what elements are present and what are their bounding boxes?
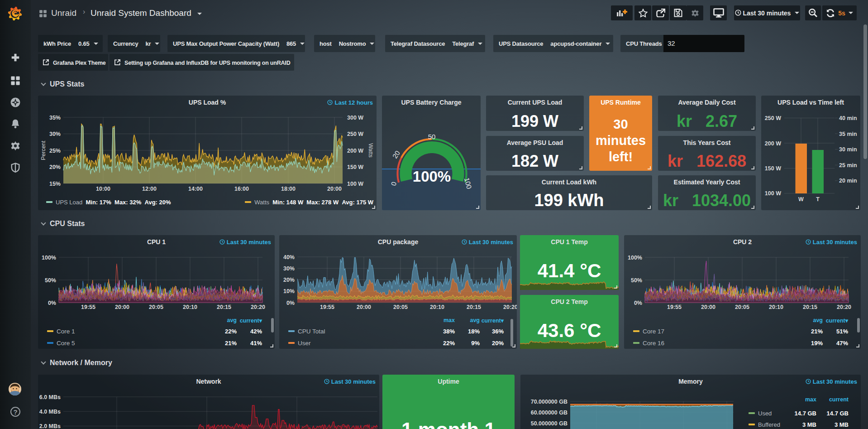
svg-text:W: W (798, 196, 804, 202)
svg-text:50%: 50% (631, 277, 642, 284)
svg-text:150 W: 150 W (765, 165, 781, 172)
svg-text:50.000000 GB: 50.000000 GB (531, 420, 568, 427)
svg-text:20:00: 20:00 (357, 304, 371, 310)
svg-text:60.000000 GB: 60.000000 GB (531, 410, 568, 416)
svg-text:2.0 MBs: 2.0 MBs (39, 423, 61, 429)
svg-text:30%: 30% (283, 265, 295, 272)
svg-text:100 W: 100 W (347, 181, 363, 187)
svg-text:18:00: 18:00 (281, 186, 296, 192)
svg-text:15%: 15% (49, 181, 61, 187)
svg-text:50%: 50% (45, 277, 56, 284)
svg-text:16:00: 16:00 (234, 186, 249, 192)
svg-text:19:55: 19:55 (81, 304, 95, 310)
svg-text:20:00: 20:00 (115, 304, 129, 310)
svg-text:20:05: 20:05 (149, 304, 163, 310)
svg-text:30%: 30% (49, 131, 61, 137)
svg-text:12:00: 12:00 (142, 186, 157, 192)
svg-text:Watts: Watts (367, 143, 374, 157)
svg-text:250 W: 250 W (347, 131, 363, 137)
svg-text:20:20: 20:20 (251, 304, 265, 310)
svg-text:25 min: 25 min (839, 162, 857, 169)
svg-text:Percent: Percent (40, 140, 47, 160)
svg-text:19:55: 19:55 (667, 304, 682, 310)
svg-text:30 min: 30 min (839, 146, 857, 153)
svg-text:35 min: 35 min (839, 131, 857, 137)
svg-text:20%: 20% (283, 277, 295, 283)
svg-text:20:20: 20:20 (503, 304, 517, 310)
svg-text:20:10: 20:10 (769, 304, 783, 310)
svg-text:40%: 40% (283, 254, 295, 260)
svg-text:200 W: 200 W (765, 140, 781, 147)
svg-text:0%: 0% (48, 300, 56, 306)
svg-text:50: 50 (428, 133, 436, 140)
svg-text:250 W: 250 W (765, 115, 781, 121)
svg-text:4.0 MBs: 4.0 MBs (39, 409, 61, 415)
svg-text:T: T (816, 196, 820, 202)
svg-text:20:00: 20:00 (327, 186, 342, 192)
svg-text:150 W: 150 W (347, 164, 363, 170)
svg-text:35%: 35% (49, 115, 61, 121)
svg-text:0%: 0% (634, 300, 642, 306)
svg-text:20:15: 20:15 (217, 304, 231, 310)
svg-text:20 min: 20 min (839, 178, 857, 184)
svg-text:10:00: 10:00 (96, 186, 110, 192)
svg-text:20:00: 20:00 (701, 304, 715, 310)
svg-text:6.0 MBs: 6.0 MBs (39, 394, 61, 400)
svg-text:100%: 100% (413, 168, 451, 185)
svg-text:40 min: 40 min (839, 115, 857, 121)
svg-text:70.000000 GB: 70.000000 GB (531, 399, 568, 405)
svg-text:100%: 100% (42, 255, 56, 261)
svg-text:20:10: 20:10 (430, 304, 444, 310)
svg-text:20%: 20% (49, 164, 61, 170)
svg-text:20: 20 (391, 149, 401, 160)
svg-text:300 W: 300 W (347, 115, 363, 121)
svg-text:100 W: 100 W (765, 190, 781, 197)
svg-text:20:10: 20:10 (183, 304, 197, 310)
svg-text:100%: 100% (628, 255, 642, 261)
svg-text:19:55: 19:55 (320, 304, 334, 310)
svg-text:20:05: 20:05 (735, 304, 749, 310)
svg-text:10%: 10% (283, 288, 295, 294)
svg-text:20:05: 20:05 (393, 304, 408, 310)
svg-text:20:20: 20:20 (837, 304, 851, 310)
svg-text:14:00: 14:00 (188, 186, 203, 192)
svg-text:0%: 0% (286, 300, 295, 306)
svg-text:20:15: 20:15 (803, 304, 817, 310)
svg-text:200 W: 200 W (347, 148, 363, 154)
svg-text:20:15: 20:15 (467, 304, 481, 310)
svg-text:25%: 25% (49, 148, 61, 154)
